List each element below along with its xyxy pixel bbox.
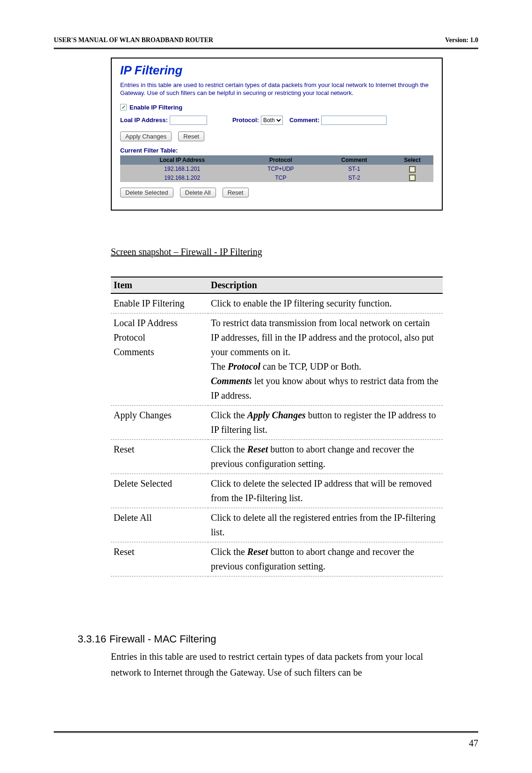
- desc-row: Reset Click the Reset button to abort ch…: [111, 440, 443, 474]
- desc-desc: Click to enable the IP filtering securit…: [208, 293, 443, 314]
- page-number: 47: [469, 738, 478, 749]
- desc-row: Reset Click the Reset button to abort ch…: [111, 542, 443, 576]
- desc-item: Apply Changes: [111, 406, 208, 440]
- th-protocol: Protocol: [244, 155, 317, 165]
- desc-row: Local IP Address Protocol Comments To re…: [111, 314, 443, 406]
- table-header-row: Local IP Address Protocol Comment Select: [120, 155, 433, 165]
- local-ip-input[interactable]: [170, 116, 207, 125]
- panel-title: IP Filtering: [120, 63, 433, 78]
- section-title: Firewall - MAC Filtering: [109, 633, 216, 645]
- desc-row: Apply Changes Click the Apply Changes bu…: [111, 406, 443, 440]
- row-checkbox[interactable]: [409, 166, 416, 173]
- th-comment: Comment: [317, 155, 391, 165]
- delete-selected-button[interactable]: Delete Selected: [120, 188, 173, 197]
- ip-filtering-panel: IP Filtering Entries in this table are u…: [111, 58, 443, 211]
- desc-row: Enable IP Filtering Click to enable the …: [111, 293, 443, 314]
- screenshot-caption: Screen snapshot – Firewall - IP Filterin…: [111, 247, 262, 257]
- apply-changes-button[interactable]: Apply Changes: [120, 131, 172, 141]
- section-text: Entries in this table are used to restri…: [111, 649, 447, 680]
- row-checkbox[interactable]: [409, 175, 416, 181]
- enable-ip-filtering-checkbox[interactable]: ✓: [120, 104, 127, 110]
- desc-desc: To restrict data transmission from local…: [208, 314, 443, 406]
- comment-input[interactable]: [321, 116, 387, 125]
- reset-button-2[interactable]: Reset: [223, 188, 249, 197]
- td-protocol: TCP+UDP: [244, 165, 317, 174]
- enable-ip-filtering-row: ✓ Enable IP Filtering: [120, 104, 433, 111]
- td-select: [391, 165, 433, 174]
- local-ip-label: Loal IP Address:: [120, 117, 168, 124]
- desc-th-desc: Description: [208, 277, 443, 293]
- desc-item: Enable IP Filtering: [111, 293, 208, 314]
- header-right: Version: 1.0: [445, 36, 478, 44]
- enable-ip-filtering-label: Enable IP Filtering: [129, 104, 182, 111]
- desc-row: Delete All Click to delete all the regis…: [111, 508, 443, 542]
- delete-row: Delete Selected Delete All Reset: [120, 188, 433, 197]
- header-rule: [54, 48, 478, 50]
- th-select: Select: [391, 155, 433, 165]
- td-select: [391, 174, 433, 182]
- td-comment: ST-1: [317, 165, 391, 174]
- footer-rule: [54, 731, 478, 733]
- page-header: USER'S MANUAL OF WLAN BROADBAND ROUTER V…: [54, 36, 478, 44]
- protocol-select[interactable]: Both: [261, 116, 283, 125]
- td-ip: 192.168.1.202: [120, 174, 244, 182]
- desc-item: Reset: [111, 542, 208, 576]
- protocol-label: Protocol:: [232, 117, 259, 124]
- section-number: 3.3.16: [78, 633, 109, 645]
- panel-intro: Entries in this table are used to restri…: [120, 81, 433, 97]
- th-ip: Local IP Address: [120, 155, 244, 165]
- description-table: Item Description Enable IP Filtering Cli…: [111, 277, 443, 576]
- desc-desc: Click the Reset button to abort change a…: [208, 542, 443, 576]
- comment-label: Comment:: [289, 117, 319, 124]
- apply-row: Apply Changes Reset: [120, 131, 433, 141]
- desc-desc: Click the Apply Changes button to regist…: [208, 406, 443, 440]
- filter-table: Local IP Address Protocol Comment Select…: [120, 155, 433, 182]
- table-row: 192.168.1.202 TCP ST-2: [120, 174, 433, 182]
- desc-item: Delete Selected: [111, 474, 208, 508]
- header-left: USER'S MANUAL OF WLAN BROADBAND ROUTER: [54, 36, 213, 44]
- desc-desc: Click to delete the selected IP address …: [208, 474, 443, 508]
- filter-inputs-row: Loal IP Address: Protocol: Both Comment:: [120, 116, 433, 125]
- delete-all-button[interactable]: Delete All: [180, 188, 216, 197]
- desc-desc: Click the Reset button to abort change a…: [208, 440, 443, 474]
- filter-table-title: Current Filter Table:: [120, 147, 433, 154]
- desc-row: Delete Selected Click to delete the sele…: [111, 474, 443, 508]
- desc-header-row: Item Description: [111, 277, 443, 293]
- desc-desc: Click to delete all the registered entri…: [208, 508, 443, 542]
- td-comment: ST-2: [317, 174, 391, 182]
- section-heading: 3.3.16Firewall - MAC Filtering: [78, 633, 216, 645]
- td-protocol: TCP: [244, 174, 317, 182]
- reset-button[interactable]: Reset: [178, 131, 204, 141]
- desc-item: Local IP Address Protocol Comments: [111, 314, 208, 406]
- td-ip: 192.168.1.201: [120, 165, 244, 174]
- desc-item: Reset: [111, 440, 208, 474]
- desc-item: Delete All: [111, 508, 208, 542]
- desc-th-item: Item: [111, 277, 208, 293]
- table-row: 192.168.1.201 TCP+UDP ST-1: [120, 165, 433, 174]
